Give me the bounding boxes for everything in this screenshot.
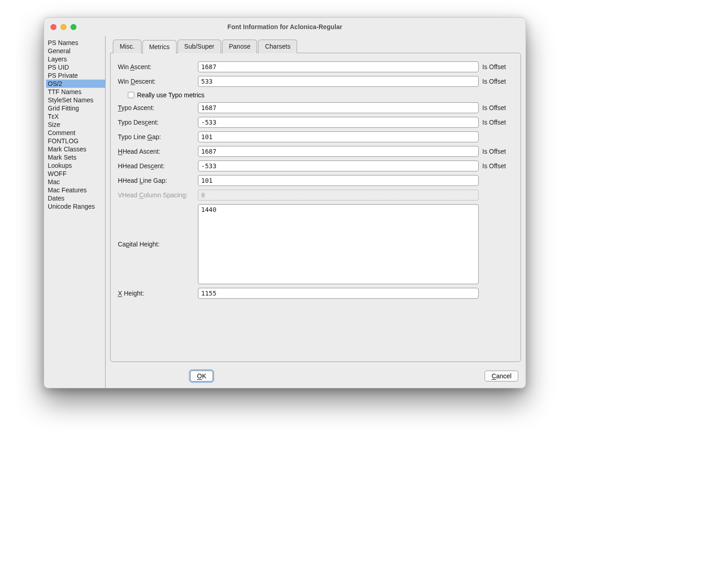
input-typo-ascent[interactable] xyxy=(198,102,479,113)
input-hhead-ascent[interactable] xyxy=(198,146,479,157)
sidebar-item-styleset-names[interactable]: StyleSet Names xyxy=(46,96,105,104)
label-cap-height: Capital Height: xyxy=(116,241,198,248)
label-x-height: X Height: xyxy=(116,290,198,297)
sidebar-item-woff[interactable]: WOFF xyxy=(46,170,105,178)
sidebar-item-mac-features[interactable]: Mac Features xyxy=(46,186,105,194)
row-hhead-ascent: HHead Ascent: Is Offset xyxy=(116,146,515,157)
sidebar-item-unicode-ranges[interactable]: Unicode Ranges xyxy=(46,202,105,211)
sidebar-item-t-x[interactable]: TεX xyxy=(46,112,105,120)
sidebar-item-ps-private[interactable]: PS Private xyxy=(46,71,105,80)
offset-win-ascent[interactable]: Is Offset xyxy=(479,63,515,70)
label-hhead-ascent: HHead Ascent: xyxy=(116,148,198,155)
sidebar-item-comment[interactable]: Comment xyxy=(46,129,105,137)
category-sidebar: PS NamesGeneralLayersPS UIDPS PrivateOS/… xyxy=(44,36,106,388)
row-typo-ascent: Typo Ascent: Is Offset xyxy=(116,102,515,113)
input-win-ascent[interactable] xyxy=(198,61,479,72)
row-vhead-spacing: VHead Column Spacing: . xyxy=(116,190,515,201)
label-hhead-descent: HHead Descent: xyxy=(116,162,198,170)
minimize-icon[interactable] xyxy=(61,24,66,30)
row-typo-check: Really use Typo metrics xyxy=(116,90,515,102)
sidebar-item-ps-uid[interactable]: PS UID xyxy=(46,63,105,71)
metrics-panel: Win Ascent: Is Offset Win Descent: Is Of… xyxy=(110,53,521,362)
row-x-height: X Height: . xyxy=(116,288,515,299)
window-title: Font Information for Aclonica-Regular xyxy=(44,23,526,30)
input-hhead-descent[interactable] xyxy=(198,161,479,171)
sidebar-item-fontlog[interactable]: FONTLOG xyxy=(46,137,105,145)
cancel-button[interactable]: Cancel xyxy=(485,371,518,381)
row-win-descent: Win Descent: Is Offset xyxy=(116,76,515,87)
dialog-footer: OK Cancel xyxy=(106,367,526,388)
tab-sub-super[interactable]: Sub/Super xyxy=(177,40,221,53)
zoom-icon[interactable] xyxy=(71,24,76,30)
row-cap-height: Capital Height: 1440 . xyxy=(116,204,515,284)
sidebar-item-layers[interactable]: Layers xyxy=(46,55,105,63)
row-typo-descent: Typo Descent: Is Offset xyxy=(116,117,515,128)
input-typo-descent[interactable] xyxy=(198,117,479,128)
tab-misc-[interactable]: Misc. xyxy=(113,40,142,53)
tab-charsets[interactable]: Charsets xyxy=(258,40,297,53)
input-typo-gap[interactable] xyxy=(198,131,479,142)
sidebar-item-size[interactable]: Size xyxy=(46,120,105,129)
sidebar-item-grid-fitting[interactable]: Grid Fitting xyxy=(46,104,105,112)
label-typo-ascent: Typo Ascent: xyxy=(116,104,198,111)
offset-typo-ascent[interactable]: Is Offset xyxy=(479,104,515,111)
label-use-typo: Really use Typo metrics xyxy=(137,91,204,99)
offset-win-descent[interactable]: Is Offset xyxy=(479,78,515,85)
label-win-ascent: Win Ascent: xyxy=(116,63,198,70)
input-win-descent[interactable] xyxy=(198,76,479,87)
sidebar-item-lookups[interactable]: Lookups xyxy=(46,161,105,170)
sidebar-item-ps-names[interactable]: PS Names xyxy=(46,39,105,47)
sidebar-item-mark-classes[interactable]: Mark Classes xyxy=(46,145,105,153)
sidebar-item-general[interactable]: General xyxy=(46,47,105,55)
tab-row: Misc.MetricsSub/SuperPanoseCharsets xyxy=(106,36,526,53)
input-cap-height[interactable]: 1440 xyxy=(198,204,479,284)
offset-hhead-descent[interactable]: Is Offset xyxy=(479,162,515,170)
tab-panose[interactable]: Panose xyxy=(222,40,257,53)
label-typo-descent: Typo Descent: xyxy=(116,119,198,126)
input-vhead-spacing xyxy=(198,190,479,201)
sidebar-item-dates[interactable]: Dates xyxy=(46,194,105,202)
input-x-height[interactable] xyxy=(198,288,479,299)
label-typo-gap: Typo Line Gap: xyxy=(116,133,198,140)
offset-hhead-ascent[interactable]: Is Offset xyxy=(479,148,515,155)
row-win-ascent: Win Ascent: Is Offset xyxy=(116,61,515,72)
titlebar: Font Information for Aclonica-Regular xyxy=(44,18,526,36)
sidebar-item-mark-sets[interactable]: Mark Sets xyxy=(46,153,105,161)
sidebar-item-ttf-names[interactable]: TTF Names xyxy=(46,88,105,96)
label-hhead-gap: HHead Line Gap: xyxy=(116,177,198,184)
sidebar-item-os-2[interactable]: OS/2 xyxy=(46,80,105,88)
offset-typo-descent[interactable]: Is Offset xyxy=(479,119,515,126)
tab-metrics[interactable]: Metrics xyxy=(142,40,177,54)
sidebar-item-mac[interactable]: Mac xyxy=(46,178,105,186)
close-icon[interactable] xyxy=(51,24,56,30)
input-hhead-gap[interactable] xyxy=(198,175,479,186)
row-hhead-gap: HHead Line Gap: . xyxy=(116,175,515,186)
label-win-descent: Win Descent: xyxy=(116,78,198,85)
row-hhead-descent: HHead Descent: Is Offset xyxy=(116,161,515,171)
label-vhead-spacing: VHead Column Spacing: xyxy=(116,191,198,199)
checkbox-use-typo[interactable] xyxy=(128,92,134,98)
ok-button[interactable]: OK xyxy=(190,371,213,381)
font-info-window: Font Information for Aclonica-Regular PS… xyxy=(44,17,526,388)
row-typo-gap: Typo Line Gap: . xyxy=(116,131,515,142)
